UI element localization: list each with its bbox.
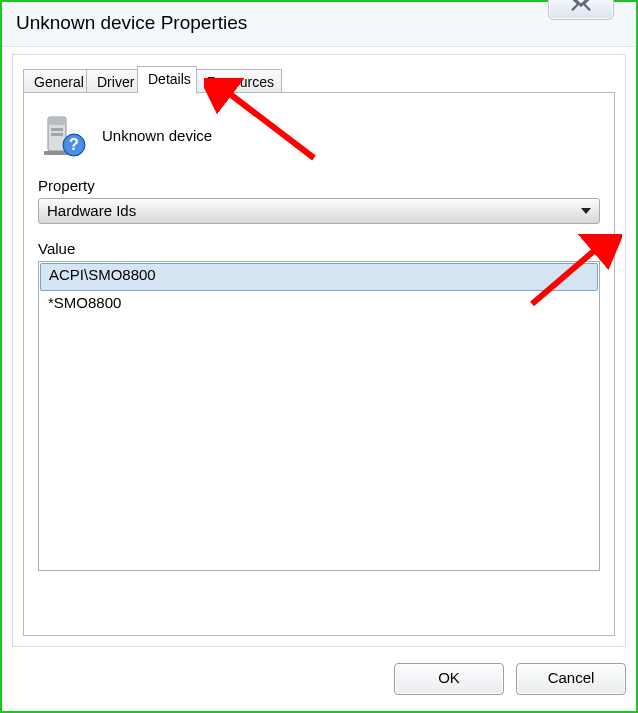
tab-details[interactable]: Details bbox=[137, 66, 197, 94]
close-button[interactable] bbox=[548, 0, 614, 20]
property-selected-value: Hardware Ids bbox=[47, 202, 136, 219]
chevron-down-icon bbox=[581, 208, 591, 214]
dialog-body: General Driver Details Resources bbox=[12, 54, 626, 647]
tab-page-details: ? Unknown device Property Hardware Ids V… bbox=[23, 93, 615, 636]
tab-strip: General Driver Details Resources bbox=[23, 65, 615, 93]
window-title: Unknown device Properties bbox=[16, 12, 247, 34]
list-item[interactable]: *SMO8800 bbox=[40, 292, 598, 318]
value-listbox[interactable]: ACPI\SMO8800 *SMO8800 bbox=[38, 261, 600, 571]
button-bar: OK Cancel bbox=[12, 663, 626, 699]
ok-button[interactable]: OK bbox=[394, 663, 504, 695]
svg-rect-3 bbox=[51, 133, 63, 136]
tab-resources[interactable]: Resources bbox=[196, 69, 282, 93]
cancel-button[interactable]: Cancel bbox=[516, 663, 626, 695]
list-item[interactable]: ACPI\SMO8800 bbox=[40, 263, 598, 291]
property-label: Property bbox=[38, 177, 600, 194]
tab-driver[interactable]: Driver bbox=[86, 69, 138, 93]
tab-general[interactable]: General bbox=[23, 69, 87, 93]
title-bar: Unknown device Properties bbox=[2, 2, 636, 47]
device-name-label: Unknown device bbox=[94, 127, 212, 144]
device-icon: ? bbox=[38, 111, 94, 159]
close-icon bbox=[570, 0, 592, 11]
value-label: Value bbox=[38, 240, 600, 257]
svg-rect-1 bbox=[48, 117, 66, 125]
svg-text:?: ? bbox=[69, 136, 79, 153]
svg-rect-2 bbox=[51, 128, 63, 131]
property-dropdown[interactable]: Hardware Ids bbox=[38, 198, 600, 224]
